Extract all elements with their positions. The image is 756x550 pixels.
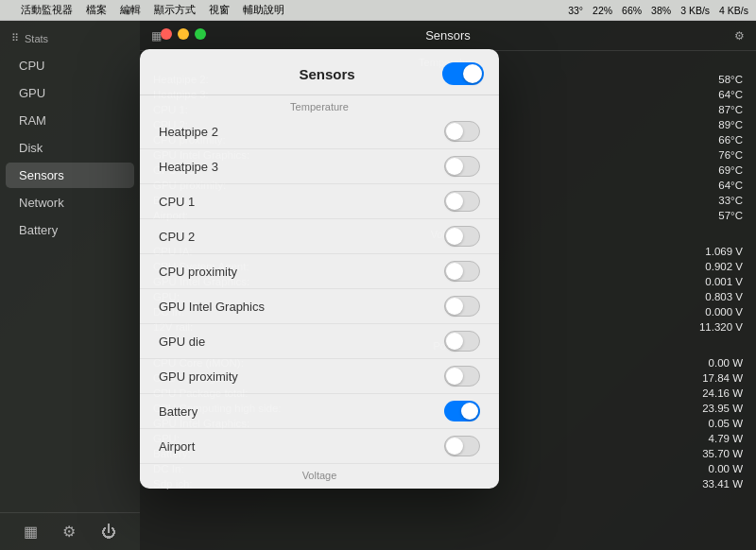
sensors-modal: Sensors Temperature Heatpipe 2Heatpipe 3… — [140, 49, 499, 489]
ssd-indicator: 38% — [651, 5, 671, 16]
panel-settings-icon[interactable]: ⚙ — [734, 29, 745, 43]
modal-temperature-header: Temperature — [140, 95, 499, 114]
power-icon[interactable]: ⏻ — [101, 524, 116, 541]
sensor-toggle[interactable] — [444, 121, 480, 142]
menubar: 活動監視器 檔案 編輯 顯示方式 視窗 輔助說明 33° 22% 66% 38%… — [0, 0, 756, 21]
app-container: ⠿ Stats CPU GPU RAM Disk Sensors Network… — [0, 21, 756, 550]
panel-title: Sensors — [162, 28, 734, 43]
modal-sensor-row: GPU die — [140, 324, 499, 359]
temp-indicator: 33° — [568, 5, 583, 16]
sidebar-bottom: ▦ ⚙ ⏻ — [0, 512, 140, 550]
menu-view[interactable]: 顯示方式 — [154, 3, 196, 17]
modal-voltage-header: Voltage — [140, 464, 499, 489]
sidebar-item-battery[interactable]: Battery — [6, 217, 134, 243]
modal-titlebar: Sensors — [140, 49, 499, 95]
modal-master-toggle[interactable] — [442, 62, 484, 85]
modal-sensor-row: CPU 1 — [140, 184, 499, 219]
menu-file[interactable]: 檔案 — [86, 3, 107, 17]
stats-grid-icon: ⠿ — [11, 32, 19, 44]
sidebar-item-gpu[interactable]: GPU — [6, 80, 134, 106]
modal-sensor-row: Airport — [140, 429, 499, 464]
network-down: 4 KB/s — [719, 5, 748, 16]
sidebar-header: ⠿ Stats — [0, 28, 140, 52]
modal-sensor-row: CPU 2 — [140, 219, 499, 254]
panel-chart-icon[interactable]: ▦ — [151, 29, 162, 43]
menu-edit[interactable]: 編輯 — [120, 3, 141, 17]
sensor-toggle[interactable] — [444, 191, 480, 212]
menubar-right: 33° 22% 66% 38% 3 KB/s 4 KB/s — [568, 5, 748, 16]
sensor-toggle[interactable] — [444, 296, 480, 317]
modal-sensor-row: Battery — [140, 394, 499, 429]
app-name[interactable]: 活動監視器 — [21, 3, 73, 17]
sidebar-item-network[interactable]: Network — [6, 190, 134, 215]
sensor-toggle[interactable] — [444, 366, 480, 387]
sensor-toggle[interactable] — [444, 226, 480, 247]
sidebar-item-ram[interactable]: RAM — [6, 108, 134, 133]
sidebar: ⠿ Stats CPU GPU RAM Disk Sensors Network… — [0, 21, 140, 550]
sidebar-item-sensors[interactable]: Sensors — [6, 163, 134, 188]
modal-title: Sensors — [299, 66, 354, 82]
modal-sensor-row: CPU proximity — [140, 254, 499, 289]
sidebar-item-disk[interactable]: Disk — [6, 135, 134, 161]
right-panel-header: ▦ Sensors ⚙ — [140, 21, 756, 51]
network-up: 3 KB/s — [680, 5, 710, 16]
sensor-toggle[interactable] — [444, 436, 480, 456]
battery-1: 22% — [593, 5, 612, 16]
menu-help[interactable]: 輔助說明 — [243, 3, 284, 17]
menubar-left: 活動監視器 檔案 編輯 顯示方式 視窗 輔助說明 — [8, 3, 284, 17]
sidebar-item-cpu[interactable]: CPU — [6, 53, 134, 78]
chart-icon[interactable]: ▦ — [24, 523, 38, 541]
sensor-toggle[interactable] — [444, 156, 480, 177]
modal-sensor-row: Heatpipe 3 — [140, 149, 499, 184]
modal-sensor-row: GPU proximity — [140, 359, 499, 394]
modal-sensor-row: Heatpipe 2 — [140, 114, 499, 149]
battery-2: 66% — [622, 5, 642, 16]
settings-icon[interactable]: ⚙ — [62, 523, 76, 541]
modal-sensor-row: GPU Intel Graphics — [140, 289, 499, 324]
stats-label: Stats — [25, 33, 48, 44]
sensor-toggle[interactable] — [444, 331, 480, 352]
modal-sensor-rows: Heatpipe 2Heatpipe 3CPU 1CPU 2CPU proxim… — [140, 114, 499, 464]
sensor-toggle[interactable] — [444, 261, 480, 282]
menu-window[interactable]: 視窗 — [209, 3, 230, 17]
sensor-toggle[interactable] — [444, 401, 480, 421]
